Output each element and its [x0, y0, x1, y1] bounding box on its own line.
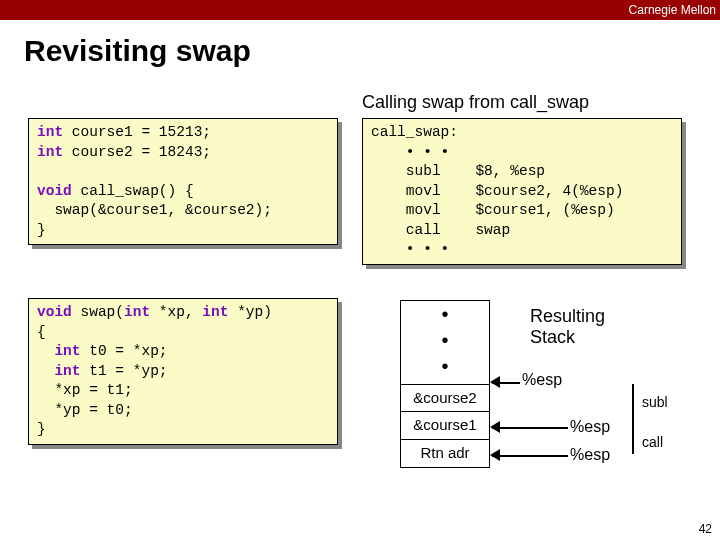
label-subl: subl: [642, 394, 668, 410]
stack-cell-1: &course1: [400, 412, 490, 440]
slide-title: Revisiting swap: [24, 34, 720, 68]
stack-cell-0: &course2: [400, 384, 490, 412]
stack-column: ••• &course2 &course1 Rtn adr: [400, 300, 490, 468]
slide-subtitle: Calling swap from call_swap: [362, 92, 589, 113]
esp-label-bot: %esp: [570, 446, 610, 464]
label-call: call: [642, 434, 663, 450]
esp-label-top: %esp: [522, 371, 562, 389]
page-number: 42: [699, 522, 712, 536]
stack-cell-2: Rtn adr: [400, 440, 490, 468]
org-label: Carnegie Mellon: [629, 3, 716, 17]
stack-title: ResultingStack: [530, 306, 605, 348]
arrow-3-head: [490, 449, 500, 461]
vert-line: [632, 384, 634, 454]
code-c-swap: void swap(int *xp, int *yp) { int t0 = *…: [28, 298, 338, 445]
stack-diagram: ••• &course2 &course1 Rtn adr ResultingS…: [380, 300, 710, 510]
esp-label-mid: %esp: [570, 418, 610, 436]
arrow-2: [492, 427, 568, 429]
code-asm: call_swap: • • • subl $8, %esp movl $cou…: [362, 118, 682, 265]
arrow-2-head: [490, 421, 500, 433]
stack-dots: •••: [400, 300, 490, 384]
code-c-decls: int course1 = 15213; int course2 = 18243…: [28, 118, 338, 245]
top-bar: Carnegie Mellon: [0, 0, 720, 20]
arrow-1-head: [490, 376, 500, 388]
arrow-3: [492, 455, 568, 457]
